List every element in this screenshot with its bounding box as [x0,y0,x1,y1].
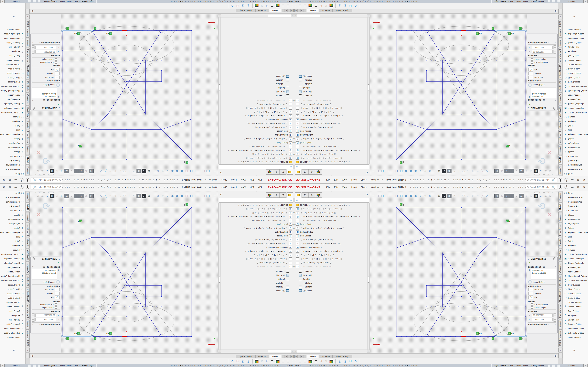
menu-view[interactable]: View [239,178,248,182]
tab-spinner[interactable]: ▲▼ [31,9,34,12]
menu-window[interactable]: Window [369,185,380,189]
expand-icon[interactable]: ⌄ [555,324,556,325]
tab-markup[interactable]: Markup [558,38,562,47]
tab-featuremanager[interactable] [295,169,301,175]
cancel-sketch-icon[interactable]: ✕ [37,212,41,217]
relation-button-fix[interactable]: ⚓ [55,296,60,299]
scroll-left-icon[interactable]: ◀ [294,15,297,17]
panel-grip[interactable] [218,175,294,176]
exit-sketch-icon[interactable]: ⟲ [538,156,545,166]
menu-insert[interactable]: Insert [229,185,239,189]
tab-mbd-dimensions[interactable]: MBD Dimensions [26,20,30,38]
relation-item[interactable]: Equal length109 [532,93,555,95]
layer-icon[interactable]: ❏ [285,359,291,364]
tree-item-sketch3[interactable]: Sketch3 [294,277,367,281]
tab-dimxpertmanager[interactable] [315,169,322,175]
line-color-icon[interactable] [309,4,312,7]
expand-icon[interactable]: ▶ [294,100,296,101]
line-endpoint-handle[interactable] [62,30,63,32]
layer-icon[interactable]: ❏ [297,3,303,8]
menu-view[interactable]: View [239,185,248,189]
restore-button[interactable]: ⧉ [8,186,12,189]
tool-three-point-arc[interactable]: ◠3 Point Arc [563,154,588,159]
help-icon[interactable]: ? [20,185,24,189]
relations-listbox[interactable]: Collinear108 Equal length109 [531,88,556,98]
menu-tools[interactable]: Tools [359,185,368,189]
expand-icon[interactable]: ⌄ [555,42,556,43]
ok-check-icon[interactable]: ✓ [32,261,60,264]
collapse-icon[interactable]: ⌃ [555,310,556,312]
search-icon[interactable]: 🔍 [551,179,555,181]
hide-edge-icon[interactable]: ⇅ [259,359,264,364]
tree-item[interactable]: ▶❒◯ ≳SЗЄͶИΛ∪∙ ◯ ∘ ◯ ∙∪ΛИͶЄЗS≳ ◯ [221,99,294,102]
tool-centerpoint-arc[interactable]: ⌒Centerpoint Arc [0,163,25,167]
menu-tools[interactable]: Tools [359,178,368,182]
tool-corner-rectangle[interactable]: ▭Corner Rectangle [0,102,25,106]
tree-item-sketch4[interactable]: (-)Sketch4 [221,78,294,82]
tab-evaluate[interactable]: Evaluate [26,238,30,248]
tool-move-entities[interactable]: ⤡Move Entities [563,76,588,80]
tree-item[interactable]: ▶A◯ ≳5ͶИ◎∘ ✚ Α ✚ ◎ͶΑ ◯ ∘ ◯ ΑͶ◎ ✚ Α ✚ ∘◎И… [294,137,367,141]
line-endpoint-handle[interactable] [525,30,526,32]
angle-field[interactable]: 0.00000000° [35,46,56,49]
tree-splitter[interactable] [218,269,294,269]
cancel-sketch-icon[interactable]: ✕ [547,212,551,217]
tree-item[interactable]: ▶A◯ ≳5ͶИ◎∘ ✚ Α ✚ ◎ͶΑ ◯ ∘ ◯ ΑͶ◎ ✚ Α ✚ ∘◎И… [221,137,294,141]
nav-button-0[interactable]: ❘◀ [291,355,294,358]
scroll-thumb[interactable] [219,276,220,283]
tool-point[interactable]: ▪Point [563,124,588,128]
tree-item-surface-bodies[interactable]: ◧Surface Bodies [221,230,294,234]
tab-direct-editing[interactable]: Direct Editing [26,130,30,144]
tab-3d-views[interactable]: 3D Views [255,355,269,358]
tool-fit-spline[interactable]: ╰Fit Spline [563,313,588,317]
tool-segment[interactable]: ⁙Segment [0,243,25,248]
tool-extend-entities[interactable]: ⍑Extend Entities [0,304,25,309]
collapse-icon[interactable]: ⌃ [555,80,556,82]
collapse-icon[interactable]: ⌃ [555,65,556,66]
tool-centerpoint-arc[interactable]: ⌒Centerpoint Arc [563,200,588,204]
tool-copy-entities[interactable]: ⧉Copy Entities [563,80,588,84]
nav-button-2[interactable]: ▶ [285,9,288,12]
tree-item[interactable]: ∟◯ ИͶ∘9∈∘♟◎ ◯ ∘ ◯ ◎♟∘∈9∘ͶИ ◯ [221,261,294,265]
tool-stretch-entities[interactable]: ⊐Stretch Entities [0,63,25,67]
tree-item-sketch4[interactable]: (-)Sketch4 [294,78,367,82]
tool-line[interactable]: ╱Line [0,234,25,239]
tab-evaluate[interactable]: Evaluate [26,119,30,129]
tab-overflow-1[interactable]: : [26,353,30,358]
tool-spline[interactable]: ≀Spline [563,226,588,230]
tool-partial-ellipse[interactable]: ◗Partial Ellipse [563,217,588,221]
clock-check-icon[interactable]: ◷ [240,3,245,8]
nav-button-1[interactable]: ◀ [297,355,300,358]
tool-parallelogram[interactable]: ▱Parallelogram [563,265,588,269]
tool-silhouette-entities[interactable]: ⊠Silhouette Entities [563,331,588,335]
menu-window[interactable]: Window [369,178,380,182]
tree-item[interactable]: ▤◯ ≳S3Є ✚ ∘♟◎ΛΑ Φ ◯ ∘ ◯ Φ ΑΛ◎♟∘ ✚ ЄЗS≳ ◯ [294,156,367,160]
help-icon[interactable]: ? [32,258,35,260]
menu-edit[interactable]: Edit [332,178,340,182]
tree-item[interactable]: ▶◴◯ 人♟◎ ✚ ≳5∘ ꟼ ◯ ∘ ◯ ꟼ ∘5≳ ✚ ◎♟人 ◯ [294,211,367,215]
ok-check-icon[interactable]: ✓ [32,103,60,106]
tool-fit-spline[interactable]: ╰Fit Spline [0,50,25,54]
tool-trim-entities[interactable]: ✄Trim Entities [563,309,588,313]
tool-equation-driven-curve[interactable]: ƒEquation Driven Curve [563,230,588,234]
spinner[interactable]: ▲▼ [32,45,35,49]
color-display-icon[interactable] [255,360,259,363]
panel-chevron-icon[interactable]: ❯ [366,171,368,174]
tool-scale-entities[interactable]: ⤢Scale Entities [0,296,25,300]
vertical-scrollbar[interactable] [218,15,221,164]
checkbox[interactable] [55,306,57,309]
tag-icon[interactable]: ✎ [0,364,5,367]
tab-overflow-1[interactable]: : [558,9,562,14]
collapse-icon[interactable]: ⌃ [32,55,33,57]
tool-center-rectangle[interactable]: ▣Center Rectangle [563,106,588,111]
collapse-chevron-icon[interactable]: ≫ [13,16,15,18]
tool-copy-entities[interactable]: ⧉Copy Entities [0,283,25,287]
folder-check-icon[interactable]: ❒ [235,359,240,364]
tool-rotate-entities[interactable]: ⟳Rotate Entities [563,71,588,76]
restore-button[interactable]: ⧉ [576,186,580,189]
tool-tangent-arc[interactable]: ⌓Tangent Arc [0,204,25,208]
tool-center-rectangle[interactable]: ▣Center Rectangle [0,106,25,111]
nav-button-3[interactable]: ▶❘ [282,355,285,358]
relation-markers[interactable]: ⁄ 3 ⁄ 3 = 109 = 109 ⁄ ⁄ 3 [65,203,188,340]
tree-item[interactable]: ▶A◯ ≳5ͶИ◎∘ ✚ Α ✚ ◎ͶΑ ◯ ∘ ◯ ΑͶ◎ ✚ Α ✚ ∘◎И… [294,226,367,230]
